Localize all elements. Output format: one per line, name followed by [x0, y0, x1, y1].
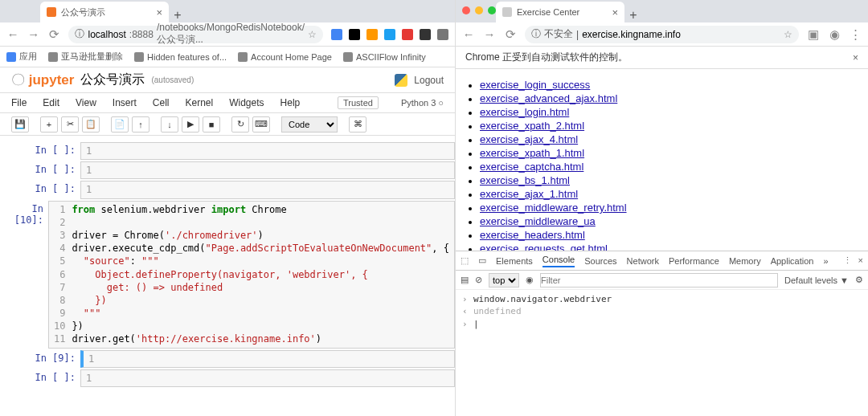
code-cell[interactable]: In [10]:1 2 3 4 5 6 7 8 9 10 11 from sel… [0, 201, 455, 349]
clear-console-icon[interactable]: ⊘ [475, 275, 482, 285]
devtools-menu-icon[interactable]: ⋮ [843, 255, 852, 266]
reload-icon[interactable]: ⟳ [504, 27, 517, 42]
device-icon[interactable]: ▭ [478, 255, 486, 266]
filter-input[interactable] [540, 273, 778, 288]
reload-icon[interactable]: ⟳ [48, 27, 61, 42]
toolbar-btn[interactable]: + [40, 116, 58, 133]
command-palette-icon[interactable]: ⌘ [349, 116, 366, 133]
exercise-link[interactable]: exercise_bs_1.html [480, 174, 570, 186]
console-cursor[interactable]: | [473, 318, 479, 330]
ext-icon[interactable] [331, 29, 342, 40]
exercise-link[interactable]: exercise_login.html [480, 106, 569, 118]
inspect-icon[interactable]: ⬚ [461, 255, 469, 266]
ext-icon[interactable] [366, 29, 378, 40]
exercise-link[interactable]: exercise_login_success [480, 79, 590, 91]
ext-icon[interactable] [402, 29, 413, 40]
forward-icon[interactable]: → [27, 27, 40, 41]
menu-widgets[interactable]: Widgets [229, 97, 264, 108]
close-icon[interactable]: × [156, 6, 162, 18]
back-icon[interactable]: ← [6, 27, 19, 41]
window-controls[interactable] [462, 6, 496, 14]
sidebar-toggle-icon[interactable]: ▤ [461, 275, 469, 285]
exercise-link[interactable]: exercise_middleware_ua [480, 215, 596, 227]
console-output[interactable]: ›window.navigator.webdriver ‹undefined ›… [456, 290, 868, 416]
devtools-tab-sources[interactable]: Sources [584, 256, 616, 266]
menu-insert[interactable]: Insert [113, 97, 137, 108]
exercise-link[interactable]: exercise_middleware_retry.html [480, 202, 627, 214]
ext-icon[interactable] [420, 29, 431, 40]
devtools-tab-elements[interactable]: Elements [496, 256, 533, 266]
exercise-link[interactable]: exercise_ajax_1.html [480, 188, 578, 200]
devtools-tab-performance[interactable]: Performance [669, 256, 719, 266]
minimize-window-icon[interactable] [475, 6, 483, 14]
menu-file[interactable]: File [11, 97, 27, 108]
toolbar-btn[interactable]: 💾 [11, 116, 29, 133]
exercise-link[interactable]: exercise_ajax_4.html [480, 133, 578, 145]
menu-help[interactable]: Help [280, 97, 301, 108]
menu-cell[interactable]: Cell [153, 97, 170, 108]
settings-icon[interactable]: ⚙ [855, 275, 863, 285]
toolbar-btn[interactable]: 📋 [82, 116, 100, 133]
ext-icon[interactable] [437, 29, 448, 40]
jupyter-logo[interactable]: 〇 jupyter [11, 71, 74, 89]
close-icon[interactable]: × [853, 52, 858, 63]
trusted-badge[interactable]: Trusted [338, 96, 379, 109]
apps-icon[interactable]: 应用 [6, 51, 37, 63]
ext-icon[interactable] [384, 29, 395, 40]
new-tab-button[interactable]: + [169, 8, 186, 22]
site-info-icon[interactable]: ⓘ [75, 27, 84, 41]
omnibox[interactable]: ⓘ localhost:8888/notebooks/MongoRedisNot… [68, 26, 323, 43]
exercise-link[interactable]: exercise_xpath_2.html [480, 120, 584, 132]
toolbar-btn[interactable]: ↓ [161, 116, 178, 133]
bookmark-item[interactable]: Account Home Page [238, 52, 332, 62]
reader-icon[interactable]: ▣ [807, 27, 820, 42]
maximize-window-icon[interactable] [488, 6, 496, 14]
star-icon[interactable]: ☆ [784, 29, 792, 40]
new-tab-button[interactable]: + [624, 8, 642, 22]
cell-type-select[interactable]: Code [281, 116, 338, 133]
devtools-tab-application[interactable]: Application [771, 256, 814, 266]
forward-icon[interactable]: → [483, 27, 496, 41]
logout-button[interactable]: Logout [414, 75, 444, 86]
toolbar-btn[interactable]: ▶ [182, 116, 199, 133]
star-icon[interactable]: ☆ [308, 29, 317, 40]
more-tabs-icon[interactable]: » [823, 256, 828, 266]
devtools-tab-console[interactable]: Console [542, 255, 575, 267]
omnibox[interactable]: ⓘ 不安全 | exercise.kingname.info ☆ [525, 26, 799, 43]
code-cell[interactable]: In [ ]:1 [0, 181, 455, 198]
log-levels[interactable]: Default levels ▼ [784, 275, 849, 285]
eye-icon[interactable]: ◉ [526, 275, 534, 285]
code-cell[interactable]: In [9]:1 [0, 350, 455, 368]
toolbar-btn[interactable]: ↑ [132, 116, 149, 133]
profile-icon[interactable]: ◉ [828, 27, 841, 42]
toolbar-btn[interactable]: ↻ [231, 116, 249, 133]
browser-tab[interactable]: Exercise Center × [496, 2, 624, 22]
browser-tab[interactable]: 公众号演示 × [40, 2, 169, 22]
bookmark-item[interactable]: Hidden features of... [134, 52, 227, 62]
site-info-icon[interactable]: ⓘ [531, 27, 541, 41]
back-icon[interactable]: ← [462, 27, 475, 41]
menu-edit[interactable]: Edit [43, 97, 59, 108]
toolbar-btn[interactable]: ⌨ [252, 116, 270, 133]
devtools-tab-network[interactable]: Network [627, 256, 659, 266]
menu-kernel[interactable]: Kernel [186, 97, 214, 108]
menu-view[interactable]: View [76, 97, 96, 108]
menu-icon[interactable]: ⋮ [849, 27, 862, 42]
toolbar-btn[interactable]: ✂ [61, 116, 79, 133]
code-cell[interactable]: In [ ]:1 [0, 142, 455, 160]
notebook-title[interactable]: 公众号演示 [80, 71, 145, 88]
ext-icon[interactable] [349, 29, 360, 40]
context-select[interactable]: top [489, 273, 519, 288]
exercise-link[interactable]: exercise_xpath_1.html [480, 147, 584, 159]
code-cell[interactable]: In [ ]:1 [0, 369, 455, 387]
close-icon[interactable]: × [612, 6, 618, 18]
exercise-link[interactable]: exercise_captcha.html [480, 161, 583, 173]
bookmark-item[interactable]: 亚马逊批量删除 [48, 51, 123, 63]
toolbar-btn[interactable]: 📄 [111, 116, 129, 133]
close-window-icon[interactable] [462, 6, 470, 14]
devtools-close-icon[interactable]: × [858, 255, 863, 266]
kernel-name[interactable]: Python 3 ○ [401, 98, 444, 108]
code-cell[interactable]: In [ ]:1 [0, 161, 455, 179]
toolbar-btn[interactable]: ■ [203, 116, 220, 133]
exercise-link[interactable]: exercise_headers.html [480, 229, 585, 241]
